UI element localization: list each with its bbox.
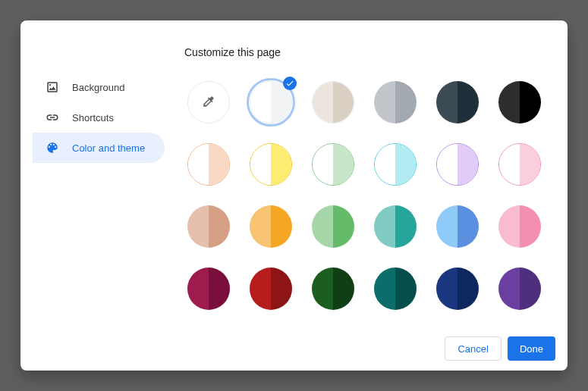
color-swatch[interactable]	[247, 202, 295, 251]
dialog-footer: Cancel Done	[20, 327, 568, 371]
sidebar-item-color-and-theme[interactable]: Color and theme	[33, 133, 165, 163]
svg-point-0	[49, 84, 51, 86]
sidebar-item-label: Background	[72, 82, 124, 93]
color-swatch[interactable]	[247, 140, 295, 189]
cancel-button[interactable]: Cancel	[445, 336, 501, 361]
eyedropper-icon	[202, 95, 215, 111]
sidebar-item-label: Shortcuts	[72, 112, 114, 124]
customize-dialog: BackgroundShortcutsColor and theme Custo…	[20, 20, 568, 371]
color-swatch-grid	[184, 78, 568, 313]
color-swatch[interactable]	[247, 78, 295, 127]
sidebar-item-background[interactable]: Background	[33, 72, 165, 102]
color-picker-swatch[interactable]	[184, 78, 233, 127]
dialog-body: BackgroundShortcutsColor and theme Custo…	[20, 20, 568, 327]
color-swatch[interactable]	[184, 140, 233, 189]
done-button[interactable]: Done	[508, 336, 555, 361]
page-title: Customize this page	[184, 46, 568, 58]
color-swatch[interactable]	[371, 264, 420, 313]
sidebar-item-shortcuts[interactable]: Shortcuts	[33, 102, 165, 133]
color-swatch[interactable]	[371, 140, 420, 189]
color-swatch[interactable]	[247, 264, 295, 313]
color-swatch[interactable]	[309, 140, 357, 189]
color-swatch[interactable]	[184, 264, 233, 313]
palette-icon	[45, 140, 60, 155]
color-swatch[interactable]	[433, 140, 482, 189]
link-icon	[45, 110, 60, 125]
color-swatch[interactable]	[495, 78, 544, 127]
color-swatch[interactable]	[184, 202, 233, 251]
color-swatch[interactable]	[309, 78, 357, 127]
color-swatch[interactable]	[433, 202, 482, 251]
color-swatch[interactable]	[495, 202, 544, 251]
check-icon	[283, 77, 297, 90]
color-swatch[interactable]	[371, 78, 420, 127]
color-swatch[interactable]	[433, 264, 482, 313]
color-swatch[interactable]	[371, 202, 420, 251]
image-icon	[45, 80, 60, 95]
color-swatch[interactable]	[309, 264, 357, 313]
color-swatch[interactable]	[495, 264, 544, 313]
content-pane: Customize this page	[172, 20, 568, 327]
color-swatch[interactable]	[433, 78, 482, 127]
sidebar: BackgroundShortcutsColor and theme	[20, 20, 172, 327]
sidebar-item-label: Color and theme	[72, 142, 145, 154]
color-swatch[interactable]	[309, 202, 357, 251]
color-swatch[interactable]	[495, 140, 544, 189]
